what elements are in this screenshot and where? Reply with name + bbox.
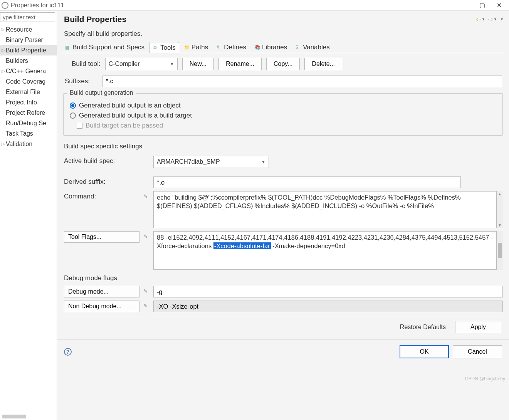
maximize-icon[interactable]: ▢ [474,2,491,9]
debug-mode-button[interactable]: Debug mode... [64,286,139,297]
radio-output-target[interactable]: Generated build output is a build target [67,111,499,121]
help-icon[interactable]: ? [64,348,72,356]
tree-item[interactable]: Binary Parser [0,35,57,45]
edit-icon[interactable]: ✎ [143,286,150,294]
tab-tools[interactable]: ⚙Tools [150,42,179,53]
tab-bar: ▦Build Support and Specs⚙Tools📁Paths#Def… [61,42,505,53]
scrollbar[interactable]: ▲▼ [497,191,503,228]
check-passable: Build target can be passed [67,121,499,131]
watermark: CSDN @bingcheby [465,376,505,381]
tree-item[interactable]: Run/Debug Se [0,118,57,128]
suffixes-input[interactable] [102,76,502,87]
tree-item[interactable]: ▷Build Propertie [0,45,57,55]
debug-mode-input[interactable] [153,286,503,297]
tab-build-support-and-specs[interactable]: ▦Build Support and Specs [62,42,148,53]
forward-icon[interactable]: ⇨ [488,16,493,22]
ok-button[interactable]: OK [400,345,449,358]
page-subtitle: Specify all build properties. [59,29,507,42]
output-gen-legend: Build output generation [67,89,136,96]
tree-item[interactable]: Code Coverag [0,76,57,87]
apply-button[interactable]: Apply [455,321,501,333]
suffixes-label: Suffixes: [65,77,96,85]
tree-item[interactable]: ▷C/C++ Genera [0,66,57,76]
filter-input[interactable] [0,12,55,22]
tab-variables[interactable]: $Variables [292,42,333,53]
checkbox-icon [77,123,82,129]
spec-legend: Build spec specific settings [64,143,503,150]
edit-icon[interactable]: ✎ [143,231,150,239]
view-menu-icon[interactable]: ▼ [500,17,504,21]
tab-paths[interactable]: 📁Paths [181,42,212,53]
tab-libraries[interactable]: 📚Libraries [251,42,291,53]
selected-text: -Xcode-absolute-far [213,242,271,249]
delete-button[interactable]: Delete... [304,58,342,70]
cancel-button[interactable]: Cancel [453,345,502,358]
derived-suffix-label: Derived suffix: [64,176,139,186]
nav-tree: ▷ResourceBinary Parser▷Build PropertieBu… [0,24,57,149]
tool-flags-button[interactable]: Tool Flags... [64,231,139,243]
tree-item[interactable]: Project Refere [0,108,57,118]
sidebar-scrollbar[interactable] [2,415,26,418]
window-title: Properties for ic111 [11,2,64,9]
nondebug-mode-input[interactable] [153,301,503,312]
copy-button[interactable]: Copy... [266,58,300,70]
rename-button[interactable]: Rename... [218,58,262,70]
scrollbar[interactable] [497,231,503,270]
radio-icon [70,102,76,109]
edit-icon[interactable]: ✎ [143,191,150,199]
derived-suffix-input[interactable] [153,176,461,188]
build-tool-value: C-Compiler [109,60,140,67]
tree-item[interactable]: ▷Validation [0,139,57,149]
tool-flags-input[interactable]: 88 -ei1522,4092,4111,4152,4167,4171,4174… [153,231,497,270]
tree-item[interactable]: External File [0,87,57,97]
radio-icon [70,113,76,119]
output-gen-group: Build output generation Generated build … [63,93,503,136]
command-label: Command: [64,191,139,200]
tree-item[interactable]: Project Info [0,97,57,108]
radio-output-object[interactable]: Generated build output is an object [67,101,499,111]
nondebug-mode-button[interactable]: Non Debug mode... [64,301,139,312]
edit-icon[interactable]: ✎ [143,301,150,309]
chevron-down-icon: ▼ [261,160,265,164]
page-title: Build Properties [64,15,126,24]
forward-menu-icon[interactable]: ▼ [494,17,497,21]
tree-item[interactable]: Builders [0,55,57,66]
build-tool-label: Build tool: [72,60,101,68]
build-tool-combo[interactable]: C-Compiler ▼ [105,58,178,70]
command-input[interactable]: echo "building $@";%ccompilerprefix% $(T… [153,191,497,228]
active-spec-label: Active build spec: [64,156,139,165]
titlebar: Properties for ic111 ▢ ✕ [0,0,509,11]
active-spec-combo[interactable]: ARMARCH7diab_SMP▼ [153,156,269,168]
tab-defines[interactable]: #Defines [213,42,250,53]
app-icon [2,2,8,9]
dmflags-legend: Debug mode flags [64,274,503,282]
new-button[interactable]: New... [182,58,214,70]
tree-item[interactable]: ▷Resource [0,24,57,35]
tree-item[interactable]: Task Tags [0,128,57,139]
back-icon[interactable]: ⇦ [476,16,481,22]
sidebar: ▷ResourceBinary Parser▷Build PropertieBu… [0,11,57,420]
close-icon[interactable]: ✕ [491,2,507,9]
restore-defaults-button[interactable]: Restore Defaults [395,321,451,333]
back-menu-icon[interactable]: ▼ [482,17,485,21]
chevron-down-icon: ▼ [170,62,174,66]
